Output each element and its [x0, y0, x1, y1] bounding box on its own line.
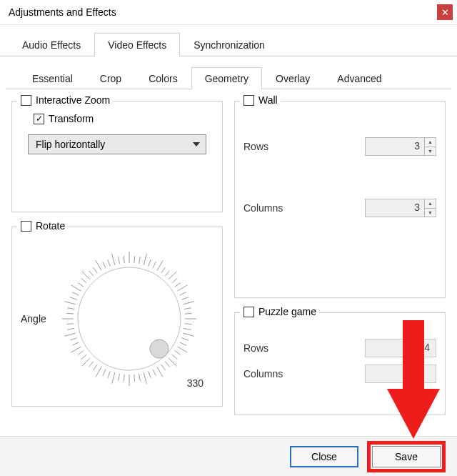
svg-line-39	[67, 308, 74, 309]
svg-line-41	[70, 297, 76, 299]
label-wall-columns: Columns	[243, 202, 283, 214]
svg-line-20	[124, 375, 124, 382]
svg-line-36	[66, 324, 74, 324]
checkbox-puzzle-game[interactable]	[243, 307, 254, 317]
svg-line-63	[165, 271, 169, 277]
transform-mode-dropdown[interactable]: Flip horizontally	[28, 134, 206, 154]
svg-line-66	[175, 283, 181, 287]
svg-line-10	[169, 358, 176, 366]
svg-line-68	[180, 292, 186, 295]
checkbox-interactive-zoom[interactable]	[21, 95, 31, 106]
svg-line-50	[103, 262, 106, 268]
tab-audio-effects[interactable]: Audio Effects	[9, 33, 94, 56]
svg-line-61	[157, 261, 163, 271]
svg-line-7	[178, 347, 188, 352]
label-wall-rows: Rows	[243, 141, 268, 152]
group-interactive-zoom: Interactive Zoom ✓ Transform Flip horizo…	[11, 101, 223, 212]
transform-mode-value: Flip horizontally	[36, 139, 105, 150]
wall-columns-up[interactable]: ▲	[425, 199, 436, 209]
svg-line-33	[70, 338, 76, 340]
wall-rows-down[interactable]: ▼	[425, 147, 436, 156]
checkbox-wall[interactable]	[243, 95, 254, 106]
svg-line-72	[185, 313, 192, 314]
tab-video-effects[interactable]: Video Effects	[94, 33, 180, 56]
svg-line-49	[96, 261, 101, 271]
svg-line-25	[96, 367, 101, 377]
svg-line-69	[181, 297, 188, 299]
label-angle: Angle	[21, 313, 52, 324]
svg-line-65	[172, 278, 178, 282]
label-puzzle-columns: Columns	[243, 368, 283, 380]
svg-line-24	[103, 370, 106, 376]
svg-line-35	[67, 329, 74, 330]
svg-line-48	[94, 267, 98, 273]
save-button[interactable]: Save	[372, 446, 441, 467]
dialog-footer: Close Save	[0, 436, 457, 476]
tab-synchronization[interactable]: Synchronization	[180, 33, 278, 56]
svg-line-32	[72, 342, 79, 345]
svg-line-64	[169, 272, 176, 279]
group-puzzle-game: Puzzle game Rows 4 Columns	[234, 312, 446, 415]
save-button-highlight: Save	[367, 441, 446, 472]
titlebar: Adjustments and Effects ✕	[0, 0, 457, 25]
label-rotate: Rotate	[36, 220, 65, 232]
group-rotate: Rotate Angle (function(){	[11, 227, 223, 407]
subtab-essential[interactable]: Essential	[19, 67, 86, 89]
label-transform: Transform	[49, 113, 94, 124]
svg-line-45	[81, 278, 87, 282]
subtab-overlay[interactable]: Overlay	[262, 67, 323, 89]
close-button[interactable]: Close	[290, 446, 358, 467]
subtab-advanced[interactable]: Advanced	[323, 67, 395, 89]
svg-line-16	[144, 372, 146, 383]
label-puzzle-game: Puzzle game	[258, 306, 316, 317]
wall-rows-spinner[interactable]: 3 ▲ ▼	[365, 137, 436, 156]
svg-line-42	[72, 292, 79, 295]
svg-line-27	[89, 362, 93, 367]
svg-line-44	[78, 283, 84, 287]
wall-rows-value: 3	[366, 138, 424, 155]
wall-columns-spinner[interactable]: 3 ▲ ▼	[365, 199, 436, 217]
svg-line-60	[153, 262, 156, 268]
wall-columns-value: 3	[366, 199, 424, 217]
label-wall: Wall	[258, 94, 278, 106]
subtab-colors[interactable]: Colors	[135, 67, 191, 89]
angle-dial[interactable]: (function(){ var svg = document.currentS…	[58, 247, 201, 390]
svg-line-23	[108, 371, 110, 377]
checkbox-rotate[interactable]	[21, 221, 31, 232]
svg-line-47	[89, 271, 93, 277]
svg-line-22	[112, 372, 115, 383]
svg-line-54	[124, 256, 124, 263]
svg-point-73	[150, 339, 169, 358]
svg-line-67	[178, 285, 188, 291]
svg-line-62	[161, 267, 166, 273]
svg-line-59	[149, 259, 151, 266]
puzzle-rows-input[interactable]: 4	[365, 339, 436, 357]
checkbox-transform[interactable]: ✓	[34, 114, 44, 124]
svg-line-14	[153, 370, 156, 376]
window-title: Adjustments and Effects	[9, 6, 116, 18]
svg-line-9	[172, 354, 178, 359]
svg-line-51	[108, 259, 110, 266]
svg-line-2	[185, 324, 192, 324]
wall-columns-down[interactable]: ▼	[425, 209, 436, 217]
svg-line-29	[81, 354, 87, 359]
chevron-down-icon	[193, 142, 200, 147]
subtab-crop[interactable]: Crop	[86, 67, 135, 89]
svg-line-11	[165, 362, 169, 367]
svg-line-26	[94, 365, 98, 370]
puzzle-columns-input[interactable]	[365, 365, 436, 383]
svg-line-40	[64, 302, 75, 304]
window-close-button[interactable]: ✕	[437, 4, 453, 20]
svg-line-8	[175, 351, 181, 355]
svg-line-5	[181, 338, 188, 340]
svg-line-12	[161, 365, 166, 370]
wall-rows-up[interactable]: ▲	[425, 138, 436, 147]
svg-line-21	[119, 374, 120, 381]
svg-line-18	[134, 375, 135, 382]
angle-value: 330	[187, 377, 204, 389]
label-puzzle-rows: Rows	[243, 342, 268, 354]
svg-line-13	[157, 367, 163, 377]
svg-line-15	[149, 371, 151, 377]
subtab-geometry[interactable]: Geometry	[191, 67, 262, 89]
svg-line-58	[144, 254, 146, 264]
